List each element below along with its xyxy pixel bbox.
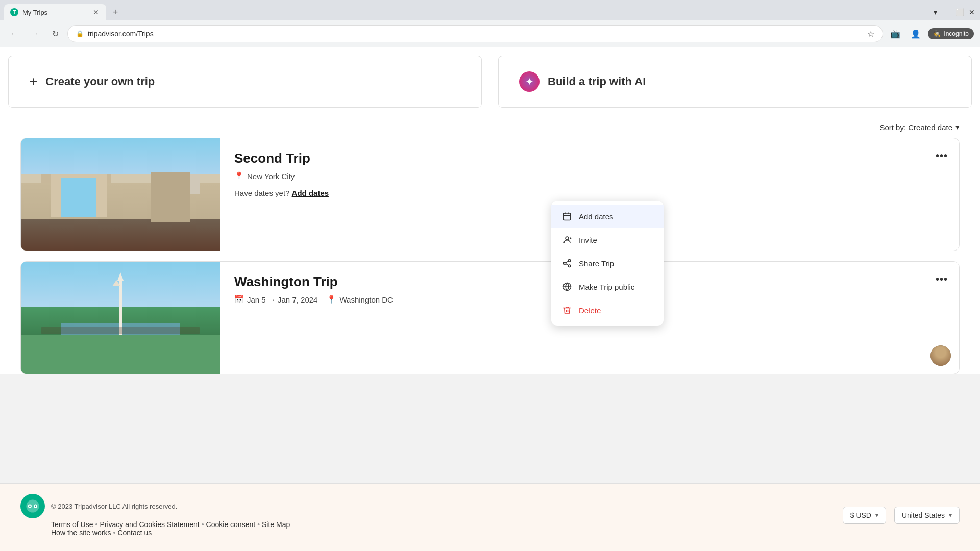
footer-sep-1: • [95,520,97,529]
svg-rect-0 [564,213,571,220]
url-actions: ☆ [867,29,874,39]
trips-list: Second Trip 📍 New York City Have dates y… [0,138,980,374]
add-dates-menu-icon [561,211,573,222]
how-site-works-link[interactable]: How the site works [51,529,111,537]
maximize-button[interactable]: ⬜ [955,8,964,16]
share-trip-menu-label: Share Trip [579,259,614,268]
invite-menu-label: Invite [579,236,597,244]
sort-label: Sort by: Created date [879,123,952,132]
currency-selector[interactable]: $ USD ▾ [843,507,886,524]
svg-line-11 [566,261,568,263]
add-dates-menu-label: Add dates [579,212,614,221]
user-avatar [930,345,951,366]
footer-left: © 2023 Tripadvisor LLC All rights reserv… [20,494,290,537]
sort-bar: Sort by: Created date ▾ [0,116,980,138]
share-menu-icon [561,258,573,269]
footer-right: $ USD ▾ United States ▾ [843,507,960,524]
currency-value: $ USD [850,511,871,519]
second-trip-location-text: New York City [247,172,295,181]
public-menu-icon [561,281,573,292]
footer-sep-3: • [257,520,260,529]
footer-top: © 2023 Tripadvisor LLC All rights reserv… [20,494,960,537]
footer-copyright: © 2023 Tripadvisor LLC All rights reserv… [51,503,177,510]
delete-menu-label: Delete [579,306,601,315]
washington-trip-image [21,262,220,374]
delete-menu-icon [561,305,573,316]
svg-point-8 [564,262,566,265]
cast-button[interactable]: 📺 [887,26,903,42]
washington-location-text: Washington DC [339,295,393,304]
second-trip-location: 📍 New York City [234,171,945,181]
context-menu-add-dates[interactable]: Add dates [551,205,664,228]
url-text: tripadvisor.com/Trips [88,30,863,38]
contact-us-link[interactable]: Contact us [117,529,152,537]
trip-item-washington: Washington Trip 📅 Jan 5 → Jan 7, 2024 📍 … [20,261,960,374]
minimize-button[interactable]: — [943,8,951,16]
sort-chevron-icon: ▾ [955,122,960,132]
svg-point-17 [29,506,31,507]
url-bar[interactable]: 🔒 tripadvisor.com/Trips ☆ [67,25,883,42]
context-menu-share[interactable]: Share Trip [551,252,664,275]
footer-sep-2: • [202,520,204,529]
forward-button[interactable]: → [27,26,43,42]
footer-links: Terms of Use • Privacy and Cookies State… [51,520,290,529]
tab-bar: T My Trips ✕ + ▾ — ⬜ ✕ [0,0,980,20]
build-ai-trip-card[interactable]: ✦ Build a trip with AI [498,56,972,108]
ai-icon: ✦ [519,71,540,92]
trip-action-cards: + Create your own trip ✦ Build a trip wi… [0,47,980,116]
context-menu-delete[interactable]: Delete [551,298,664,322]
make-public-menu-label: Make Trip public [579,283,634,291]
second-trip-menu-button[interactable]: ••• [933,146,951,165]
tab-dropdown-button[interactable]: ▾ [931,8,939,16]
footer-sep-4: • [113,529,115,537]
footer: © 2023 Tripadvisor LLC All rights reserv… [0,483,980,551]
washington-date-range: Jan 5 → Jan 7, 2024 [247,295,317,304]
terms-of-use-link[interactable]: Terms of Use [51,520,93,529]
calendar-icon: 📅 [234,295,244,304]
close-window-button[interactable]: ✕ [968,8,976,16]
tripadvisor-logo [20,494,45,518]
country-value: United States [902,511,945,519]
svg-point-7 [568,260,571,262]
active-tab[interactable]: T My Trips ✕ [4,4,106,20]
country-chevron-icon: ▾ [949,512,952,519]
incognito-badge: 🕵 Incognito [928,28,974,39]
svg-point-4 [566,237,569,240]
footer-bottom-links: How the site works • Contact us [51,529,290,537]
context-menu-make-public[interactable]: Make Trip public [551,275,664,298]
invite-menu-icon [561,234,573,245]
tab-title: My Trips [22,9,88,16]
incognito-label: Incognito [944,30,969,37]
build-ai-label: Build a trip with AI [548,75,646,88]
privacy-cookies-link[interactable]: Privacy and Cookies Statement [100,520,199,529]
page-content: + Create your own trip ✦ Build a trip wi… [0,47,980,374]
site-map-link[interactable]: Site Map [262,520,290,529]
refresh-button[interactable]: ↻ [47,26,63,42]
svg-point-18 [35,506,36,507]
location-icon-2: 📍 [327,295,336,304]
washington-trip-menu-button[interactable]: ••• [933,270,951,288]
incognito-icon: 🕵 [933,30,941,37]
new-tab-button[interactable]: + [108,5,122,19]
browser-actions: 📺 👤 🕵 Incognito [887,26,974,42]
tab-controls: ▾ — ⬜ ✕ [931,8,976,16]
trip-item-second: Second Trip 📍 New York City Have dates y… [20,138,960,251]
lock-icon: 🔒 [76,30,84,37]
create-own-trip-card[interactable]: + Create your own trip [8,56,482,108]
bookmark-icon[interactable]: ☆ [867,29,874,39]
address-bar: ← → ↻ 🔒 tripadvisor.com/Trips ☆ 📺 👤 🕵 In… [0,20,980,47]
profile-button[interactable]: 👤 [908,26,924,42]
location-icon: 📍 [234,171,244,181]
add-dates-link[interactable]: Add dates [292,189,329,197]
browser-chrome: T My Trips ✕ + ▾ — ⬜ ✕ ← → ↻ 🔒 tripadvis… [0,0,980,47]
currency-chevron-icon: ▾ [875,512,878,519]
back-button[interactable]: ← [6,26,22,42]
second-trip-name: Second Trip [234,151,945,166]
sort-dropdown[interactable]: Sort by: Created date ▾ [879,122,960,132]
cookie-consent-link[interactable]: Cookie consent [206,520,256,529]
context-menu-invite[interactable]: Invite [551,228,664,252]
country-selector[interactable]: United States ▾ [894,507,960,524]
context-menu: Add dates Invite Share Trip [551,201,664,326]
create-trip-label: Create your own trip [45,75,155,88]
tab-close-button[interactable]: ✕ [92,8,100,16]
